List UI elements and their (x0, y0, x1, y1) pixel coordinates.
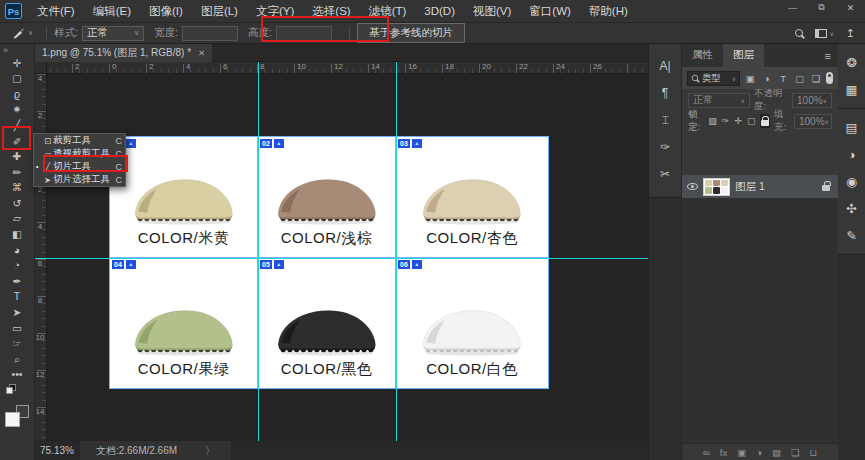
filter-shape-layers-icon[interactable]: ▢ (793, 73, 805, 84)
lock-all-button-active[interactable] (760, 114, 770, 128)
close-icon[interactable]: ✕ (198, 48, 205, 58)
tab-properties[interactable]: 属性 (682, 44, 723, 67)
delete-layer-icon[interactable]: ⊔ (810, 447, 817, 458)
帮助-h-[interactable]: 帮助(H) (580, 0, 637, 22)
paths-panel-icon[interactable]: ✣ (838, 195, 865, 222)
libraries-panel-icon[interactable]: ▤ (838, 114, 865, 141)
chevron-right-icon[interactable]: 〉 (205, 444, 215, 458)
图层-l-[interactable]: 图层(L) (192, 0, 247, 22)
styles-panel-icon[interactable]: ◉ (838, 168, 865, 195)
layer-mask-icon[interactable]: ▣ (737, 447, 746, 458)
lock-transparent-pixels-icon[interactable]: ▨ (708, 116, 717, 126)
3d-d-[interactable]: 3D(D) (415, 0, 464, 22)
quick-selection-tool[interactable]: ✷ (4, 102, 30, 118)
tool-icon: ✚ (13, 151, 22, 162)
brush-tool[interactable]: ✏ (4, 164, 30, 180)
filter-type-layers-icon[interactable]: T (777, 73, 789, 84)
foreground-color-swatch[interactable] (5, 412, 20, 427)
toolbar-collapse-icon[interactable]: » (0, 44, 11, 55)
canvas-area[interactable]: 4202468101214161820222426 4202468101214 … (35, 62, 648, 441)
opacity-select[interactable]: 100%∨ (792, 93, 832, 108)
slice-cell[interactable]: 01 ▴ COLOR/米黄 (110, 137, 258, 258)
blend-mode-select[interactable]: 正常∨ (688, 93, 750, 108)
close-button[interactable]: ✕ (836, 0, 865, 15)
adjustments-panel-icon[interactable]: ◑ (838, 141, 865, 168)
layer-row-selected[interactable]: 图层 1 (682, 175, 838, 198)
active-tool-preset[interactable]: ∨ (6, 27, 39, 40)
restore-button[interactable]: ⧉ (807, 0, 836, 15)
lock-position-icon[interactable]: ✛ (734, 116, 743, 126)
vertical-guide[interactable] (258, 62, 259, 441)
clone-stamp-tool[interactable]: ⌘ (4, 180, 30, 196)
panel-menu-icon[interactable]: ≡ (825, 50, 838, 67)
zoom-tool[interactable]: ⌕ (4, 351, 30, 367)
文件-f-[interactable]: 文件(F) (28, 0, 84, 22)
healing-brush-tool[interactable]: ✚ (4, 149, 30, 165)
vertical-guide[interactable] (396, 62, 397, 441)
visibility-eye-icon[interactable] (687, 183, 698, 190)
filter-adjustment-layers-icon[interactable]: ◑ (760, 73, 772, 84)
width-input[interactable] (182, 26, 238, 41)
窗口-w-[interactable]: 窗口(W) (520, 0, 580, 22)
style-select[interactable]: 正常 ∨ (82, 26, 144, 41)
crop-tool[interactable]: ⊡ 裁剪工具 C (34, 134, 125, 147)
document-size-info[interactable]: 文档:2.66M/2.66M 〉 (80, 441, 231, 460)
share-icon[interactable]: ↥ (846, 27, 855, 40)
horizontal-guide[interactable] (35, 258, 648, 259)
character-panel-icon[interactable]: A| (649, 52, 681, 79)
hand-tool[interactable]: ☞ (4, 336, 30, 352)
swap-colors-icon[interactable] (6, 384, 28, 404)
marquee-tool[interactable]: ▢ (4, 71, 30, 87)
move-tool[interactable]: ✛ (4, 55, 30, 71)
gradient-tool[interactable]: ◧ (4, 227, 30, 243)
layer-thumbnail[interactable] (703, 178, 730, 196)
swatches-panel-icon[interactable]: ▦ (838, 76, 865, 103)
history-brush-tool[interactable]: ↺ (4, 195, 30, 211)
glyphs-panel-icon[interactable]: ⌶ (649, 106, 681, 133)
minimize-button[interactable]: — (778, 0, 807, 15)
link-layers-icon[interactable]: ∞ (703, 447, 710, 458)
slice-cell[interactable]: 03 ▴ COLOR/杏色 (396, 137, 548, 258)
layer-effects-icon[interactable]: fx (720, 447, 727, 458)
fill-select[interactable]: 100%∨ (794, 114, 832, 129)
document-image[interactable]: 01 ▴ COLOR/米黄 02 ▴ (110, 137, 548, 388)
视图-v-[interactable]: 视图(V) (464, 0, 520, 22)
shape-tool[interactable]: ▭ (4, 320, 30, 336)
paragraph-panel-icon[interactable]: ¶ (649, 79, 681, 106)
zoom-level[interactable]: 75.13% (35, 445, 80, 456)
blur-tool[interactable]: ◕ (4, 242, 30, 258)
foreground-background-swatches[interactable] (5, 405, 29, 427)
图像-i-[interactable]: 图像(I) (140, 0, 192, 22)
document-tab[interactable]: 1.png @ 75.1% (图层 1, RGB/8) * ✕ (35, 44, 212, 62)
filter-pin-toggle-icon[interactable] (826, 72, 833, 84)
path-selection-tool[interactable]: ➤ (4, 305, 30, 321)
horizontal-ruler[interactable]: 4202468101214161820222426 (35, 62, 648, 74)
filter-pixel-layers-icon[interactable]: ▣ (744, 73, 756, 84)
search-icon[interactable] (795, 29, 803, 37)
slice-cell[interactable]: 06 ▴ COLOR/白色 (396, 258, 548, 388)
type-tool[interactable]: T (4, 289, 30, 305)
tool-presets-panel-icon[interactable]: ✂ (649, 160, 681, 187)
snapshot-panel-icon[interactable]: ✎ (838, 222, 865, 249)
edit-toolbar-icon[interactable]: ••• (4, 367, 30, 383)
color-panel-icon[interactable]: ❂ (838, 49, 865, 76)
eraser-tool[interactable]: ▱ (4, 211, 30, 227)
tab-layers[interactable]: 图层 (723, 44, 764, 67)
layer-group-icon[interactable]: ▤ (772, 447, 781, 458)
brush-settings-panel-icon[interactable]: ✑ (649, 133, 681, 160)
lock-image-pixels-icon[interactable]: ✑ (721, 116, 730, 126)
编辑-e-[interactable]: 编辑(E) (84, 0, 140, 22)
slice-select-tool[interactable]: ➤ 切片选择工具 C (34, 173, 125, 186)
layer-filter-select[interactable]: 类型 ∨ (687, 71, 740, 86)
workspace-switcher[interactable]: ∨ (815, 29, 833, 38)
filter-smart-objects-icon[interactable]: ❏ (810, 73, 822, 84)
adjustment-layer-icon[interactable]: ◑ (756, 447, 762, 458)
lock-artboard-icon[interactable]: ▢ (747, 116, 756, 126)
pen-tool[interactable]: ✒ (4, 273, 30, 289)
dodge-tool[interactable]: ◔ (4, 258, 30, 274)
new-layer-icon[interactable]: ❏ (791, 447, 800, 458)
slice-cell[interactable]: 05 ▴ COLOR/黑色 (258, 258, 396, 388)
slice-cell[interactable]: 02 ▴ COLOR/浅棕 (258, 137, 396, 258)
lasso-tool[interactable]: ϱ (4, 86, 30, 102)
slice-cell[interactable]: 04 ▴ COLOR/果绿 (110, 258, 258, 388)
